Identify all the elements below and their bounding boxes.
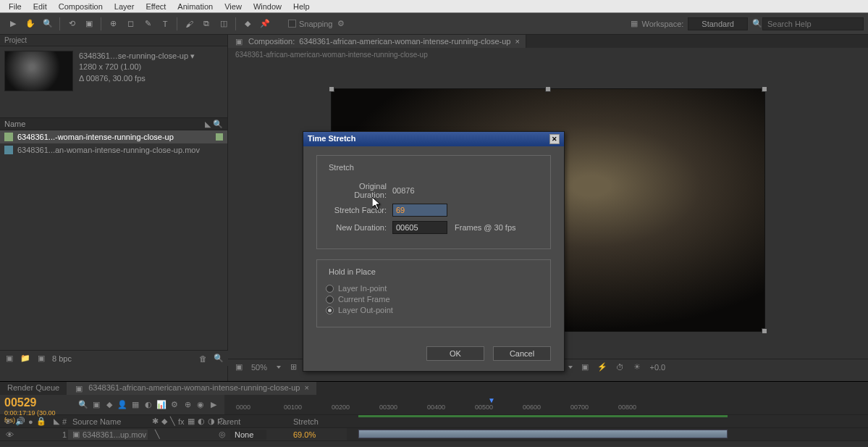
- audio-icon[interactable]: 🔊: [15, 417, 25, 427]
- clone-tool-icon[interactable]: ⧉: [199, 17, 214, 31]
- snapping-options-icon[interactable]: ⚙: [336, 19, 346, 29]
- frame-blend-icon[interactable]: ▦: [130, 400, 140, 410]
- lock-icon[interactable]: 🔒: [36, 417, 46, 427]
- motion-blur-icon[interactable]: ◐: [143, 400, 153, 410]
- snapping-checkbox[interactable]: [288, 20, 296, 28]
- anchor-tool-icon[interactable]: ⊕: [106, 17, 120, 31]
- timeline-layer-row[interactable]: 👁 1 ▣6348361...up.mov ╲ ◎None 69.0%: [0, 428, 868, 441]
- ok-button[interactable]: OK: [426, 346, 484, 361]
- trash-icon[interactable]: 🗑: [198, 354, 208, 364]
- radio-layer-in[interactable]: Layer In-point: [326, 284, 542, 293]
- roto-tool-icon[interactable]: ◆: [240, 17, 255, 31]
- eraser-tool-icon[interactable]: ◫: [216, 17, 231, 31]
- menu-edit[interactable]: Edit: [28, 1, 53, 12]
- stretch-col[interactable]: Stretch: [289, 417, 347, 426]
- hide-shy-icon[interactable]: 👤: [117, 400, 127, 410]
- transform-handle[interactable]: [762, 86, 767, 92]
- exposure-value[interactable]: +0.0: [649, 363, 665, 372]
- search-project-icon[interactable]: 🔍: [214, 354, 224, 364]
- draft3d-icon[interactable]: ◆: [104, 400, 114, 410]
- cancel-button[interactable]: Cancel: [493, 346, 551, 361]
- menu-help[interactable]: Help: [287, 1, 316, 12]
- source-name-col[interactable]: Source Name: [68, 417, 148, 426]
- search-help-input[interactable]: [762, 17, 864, 30]
- new-comp-icon[interactable]: ▣: [36, 354, 46, 364]
- pen-tool-icon[interactable]: ✎: [140, 17, 155, 31]
- comp-mini-icon[interactable]: ▣: [91, 400, 101, 410]
- selection-tool-icon[interactable]: ▶: [6, 17, 20, 31]
- camera-tool-icon[interactable]: ▣: [82, 17, 96, 31]
- radio-current-frame[interactable]: Current Frame: [326, 295, 542, 304]
- new-duration-input[interactable]: [392, 221, 447, 234]
- dialog-titlebar[interactable]: Time Stretch ✕: [303, 132, 564, 146]
- collapse-icon[interactable]: ◉: [195, 400, 206, 410]
- visibility-icon[interactable]: 👁: [4, 417, 12, 427]
- zoom-tool-icon[interactable]: 🔍: [41, 17, 55, 31]
- project-tab[interactable]: Project: [0, 35, 227, 46]
- text-tool-icon[interactable]: T: [158, 17, 172, 31]
- workspace-dropdown[interactable]: Standard: [688, 17, 748, 30]
- graph-editor-icon[interactable]: 📊: [156, 400, 167, 410]
- hand-tool-icon[interactable]: ✋: [23, 17, 38, 31]
- solo-icon[interactable]: ●: [28, 417, 33, 427]
- parent-col[interactable]: Parent: [213, 417, 289, 426]
- frameblend-icon[interactable]: ▦: [187, 417, 195, 427]
- stretch-value[interactable]: 69.0%: [289, 430, 347, 439]
- quality-icon[interactable]: ╲: [170, 417, 175, 427]
- playhead-icon[interactable]: ▼: [488, 396, 495, 404]
- menu-layer[interactable]: Layer: [109, 1, 140, 12]
- time-ruler[interactable]: 0000 00100 00200 00300 00400 00500 00600…: [224, 395, 868, 414]
- render-icon[interactable]: ▶: [208, 400, 219, 410]
- expand-icon[interactable]: ⊕: [182, 400, 193, 410]
- transform-handle[interactable]: [329, 86, 334, 92]
- layer-clip[interactable]: [358, 430, 728, 438]
- search-column-icon[interactable]: 🔍: [213, 119, 223, 129]
- interpret-icon[interactable]: ▣: [4, 354, 14, 364]
- quality-switch[interactable]: ╲: [152, 430, 162, 440]
- brush-tool-icon[interactable]: 🖌: [182, 17, 196, 31]
- stretch-factor-input[interactable]: [392, 204, 447, 217]
- zoom-dropdown[interactable]: 50%: [251, 363, 267, 372]
- timeline-comp-tab[interactable]: ▣ 6348361-african-american-woman-intense…: [67, 382, 316, 395]
- menu-view[interactable]: View: [219, 1, 248, 12]
- new-folder-icon[interactable]: 📁: [20, 354, 30, 364]
- project-item-footage[interactable]: 6348361...an-woman-intense-running-close…: [0, 143, 227, 156]
- menu-window[interactable]: Window: [248, 1, 287, 12]
- pixel-aspect-icon[interactable]: ▣: [580, 362, 590, 372]
- brainstorm-icon[interactable]: ⚙: [169, 400, 180, 410]
- menu-composition[interactable]: Composition: [53, 1, 109, 12]
- switches-icon[interactable]: ✱: [152, 417, 159, 427]
- color-depth[interactable]: 8 bpc: [52, 354, 72, 363]
- shape-tool-icon[interactable]: ◻: [123, 17, 138, 31]
- pickwhip-icon[interactable]: ◎: [217, 430, 227, 440]
- search-timeline-icon[interactable]: 🔍: [78, 400, 88, 410]
- close-icon[interactable]: ✕: [549, 134, 560, 144]
- timeline-icon[interactable]: ⏱: [615, 362, 625, 372]
- mblur-icon[interactable]: ◐: [198, 417, 205, 427]
- transform-handle[interactable]: [545, 86, 551, 92]
- flowchart-icon[interactable]: ☀: [632, 362, 642, 372]
- name-column[interactable]: Name: [4, 120, 25, 128]
- grid-icon[interactable]: ⊞: [288, 362, 298, 372]
- menu-animation[interactable]: Animation: [172, 1, 219, 12]
- fx-icon[interactable]: fx: [178, 417, 185, 427]
- menu-effect[interactable]: Effect: [140, 1, 172, 12]
- visibility-toggle[interactable]: 👁: [4, 430, 14, 440]
- rotate-tool-icon[interactable]: ⟲: [64, 17, 79, 31]
- close-tab-icon[interactable]: ×: [515, 37, 519, 46]
- radio-layer-out[interactable]: Layer Out-point: [326, 306, 542, 314]
- project-thumbnail[interactable]: [4, 51, 73, 91]
- composition-tab[interactable]: ▣ Composition: 6348361-african-american-…: [228, 35, 526, 48]
- roi-icon[interactable]: ▣: [234, 362, 244, 372]
- comp-breadcrumb[interactable]: 6348361-african-american-woman-intense-r…: [228, 48, 868, 62]
- transform-handle[interactable]: [762, 328, 767, 334]
- menu-file[interactable]: File: [3, 1, 28, 12]
- project-item-comp[interactable]: 6348361...-woman-intense-running-close-u…: [0, 130, 227, 143]
- label-column-icon[interactable]: ◣: [203, 119, 213, 129]
- puppet-tool-icon[interactable]: 📌: [258, 17, 272, 31]
- parent-dropdown[interactable]: None: [230, 430, 266, 440]
- close-tab-icon[interactable]: ×: [304, 383, 308, 393]
- fast-preview-icon[interactable]: ⚡: [597, 362, 607, 372]
- collapse-icon[interactable]: ◆: [161, 417, 167, 427]
- timecode-display[interactable]: 00529 0:00:17:19 (30.00 fps): [0, 395, 72, 414]
